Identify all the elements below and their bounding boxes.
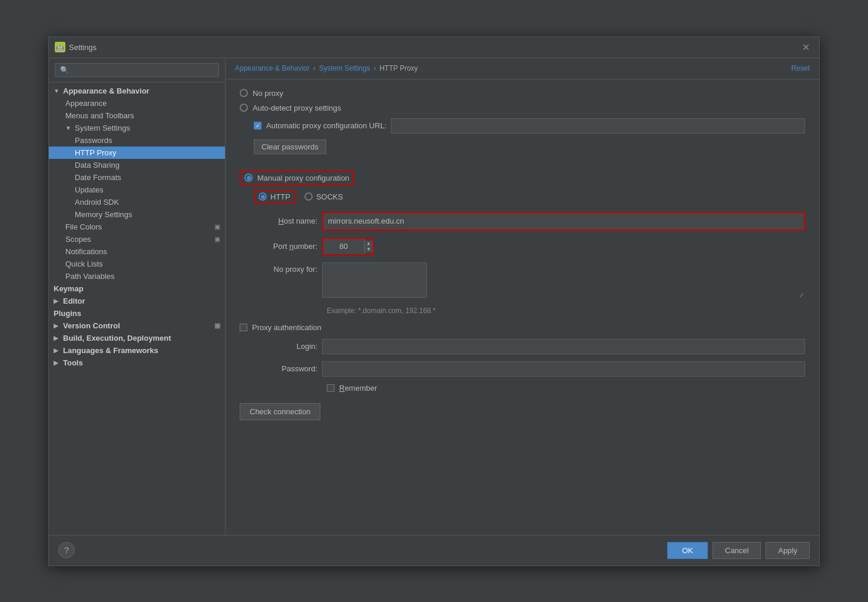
no-proxy-for-input[interactable] xyxy=(322,262,427,298)
app-icon: 🤖 xyxy=(55,42,65,52)
sidebar-item-label: Keymap xyxy=(54,284,84,293)
sidebar-item-label: File Colors xyxy=(65,222,102,231)
sidebar-item-label: Appearance & Behavior xyxy=(63,87,150,95)
sidebar-item-date-formats[interactable]: Date Formats xyxy=(49,171,225,184)
sidebar-item-appearance[interactable]: Appearance xyxy=(49,97,225,109)
sidebar-item-editor[interactable]: ▶ Editor xyxy=(49,295,225,307)
sidebar-item-data-sharing[interactable]: Data Sharing xyxy=(49,159,225,171)
sidebar-item-label: Notifications xyxy=(65,247,107,256)
remember-label: Remember xyxy=(339,384,377,393)
reset-button[interactable]: Reset xyxy=(791,64,810,72)
manual-proxy-row: Manual proxy configuration xyxy=(240,171,805,185)
sidebar-item-passwords[interactable]: Passwords xyxy=(49,134,225,147)
http-radio[interactable] xyxy=(259,192,267,201)
sidebar-item-quick-lists[interactable]: Quick Lists xyxy=(49,258,225,270)
breadcrumb-part2[interactable]: System Settings xyxy=(319,64,370,72)
sidebar-item-label: Updates xyxy=(75,185,103,194)
port-number-row: Port number: 80 ▲ ▼ xyxy=(240,238,805,255)
sidebar-item-appearance-behavior[interactable]: ▼ Appearance & Behavior xyxy=(49,85,225,97)
proxy-auth-row: Proxy authentication xyxy=(240,323,805,332)
titlebar: 🤖 Settings ✕ xyxy=(49,37,819,58)
sidebar-item-label: Android SDK xyxy=(75,198,119,207)
clear-passwords-button[interactable]: Clear passwords xyxy=(254,139,326,154)
sidebar-item-system-settings[interactable]: ▼ System Settings xyxy=(49,122,225,134)
manual-proxy-label: Manual proxy configuration xyxy=(257,174,349,182)
sidebar-item-notifications[interactable]: Notifications xyxy=(49,245,225,258)
socks-radio[interactable] xyxy=(304,192,313,201)
cancel-button[interactable]: Cancel xyxy=(713,542,761,559)
example-text: Example: *.domain.com, 192.168.* xyxy=(327,307,805,315)
login-label: Login: xyxy=(240,342,322,351)
sidebar: ▼ Appearance & Behavior Appearance Menus… xyxy=(49,58,226,535)
sidebar-item-android-sdk[interactable]: Android SDK xyxy=(49,196,225,208)
sidebar-item-build-execution[interactable]: ▶ Build, Execution, Deployment xyxy=(49,332,225,344)
breadcrumb: Appearance & Behavior › System Settings … xyxy=(226,58,819,79)
close-button[interactable]: ✕ xyxy=(799,41,813,54)
expand-arrow: ▶ xyxy=(54,347,61,354)
proxy-auth-checkbox[interactable] xyxy=(240,324,247,331)
window-title: Settings xyxy=(69,43,97,52)
sidebar-item-path-variables[interactable]: Path Variables xyxy=(49,270,225,282)
no-proxy-label: No proxy xyxy=(253,89,283,98)
sidebar-item-label: Build, Execution, Deployment xyxy=(63,334,171,342)
port-up-button[interactable]: ▲ xyxy=(365,241,373,247)
sidebar-item-label: Data Sharing xyxy=(75,161,120,169)
sidebar-item-label: Date Formats xyxy=(75,173,121,182)
breadcrumb-part1[interactable]: Appearance & Behavior xyxy=(235,64,310,72)
sidebar-item-label: HTTP Proxy xyxy=(75,148,117,157)
main-content: ▼ Appearance & Behavior Appearance Menus… xyxy=(49,58,819,535)
remember-row: Remember xyxy=(327,384,805,393)
sidebar-item-languages-frameworks[interactable]: ▶ Languages & Frameworks xyxy=(49,344,225,357)
http-socks-row: HTTP SOCKS xyxy=(240,190,805,204)
auto-config-label: Automatic proxy configuration URL: xyxy=(266,121,386,130)
port-input[interactable]: 80 xyxy=(323,239,365,254)
socks-label: SOCKS xyxy=(316,192,343,201)
port-down-button[interactable]: ▼ xyxy=(365,247,373,252)
password-input[interactable] xyxy=(322,361,805,377)
check-connection-button[interactable]: Check connection xyxy=(240,403,320,420)
sidebar-item-label: Passwords xyxy=(75,136,112,145)
auto-detect-radio[interactable] xyxy=(240,104,248,112)
expand-arrow: ▼ xyxy=(65,125,72,131)
sidebar-item-scopes[interactable]: Scopes ▣ xyxy=(49,233,225,245)
login-row: Login: xyxy=(240,339,805,354)
auto-config-input[interactable] xyxy=(391,118,805,134)
expand-arrow: ▼ xyxy=(54,88,61,94)
sidebar-item-memory-settings[interactable]: Memory Settings xyxy=(49,208,225,221)
search-input[interactable] xyxy=(55,63,219,77)
port-input-box: 80 ▲ ▼ xyxy=(322,238,374,255)
apply-button[interactable]: Apply xyxy=(766,542,810,559)
auto-config-checkbox[interactable] xyxy=(254,122,261,129)
ok-button[interactable]: OK xyxy=(667,542,708,559)
port-n-underline: n xyxy=(289,242,293,251)
sidebar-item-label: Memory Settings xyxy=(75,210,132,219)
socks-row: SOCKS xyxy=(304,192,343,201)
no-proxy-for-row: No proxy for: ⤢ xyxy=(240,262,805,300)
sidebar-item-plugins[interactable]: Plugins xyxy=(49,307,225,320)
host-name-label-underline: H xyxy=(279,217,284,225)
manual-proxy-radio[interactable] xyxy=(244,174,253,182)
sidebar-item-updates[interactable]: Updates xyxy=(49,184,225,196)
sidebar-item-file-colors[interactable]: File Colors ▣ xyxy=(49,221,225,233)
sidebar-tree: ▼ Appearance & Behavior Appearance Menus… xyxy=(49,82,225,535)
sidebar-item-label: Scopes xyxy=(65,235,91,244)
login-input[interactable] xyxy=(322,339,805,354)
host-name-input[interactable] xyxy=(323,213,804,230)
help-button[interactable]: ? xyxy=(58,542,75,558)
sidebar-item-http-proxy[interactable]: HTTP Proxy xyxy=(49,147,225,159)
sidebar-item-keymap[interactable]: Keymap xyxy=(49,282,225,295)
noproxy-wrapper: ⤢ xyxy=(322,262,805,300)
search-box xyxy=(49,58,225,82)
remember-checkbox[interactable] xyxy=(327,384,334,392)
sidebar-item-version-control[interactable]: ▶ Version Control ▣ xyxy=(49,320,225,332)
host-name-label: Host name: xyxy=(240,217,322,225)
sidebar-item-label: Languages & Frameworks xyxy=(63,346,158,355)
sidebar-item-label: Version Control xyxy=(63,321,120,330)
auto-detect-label: Auto-detect proxy settings xyxy=(253,104,341,112)
no-proxy-radio[interactable] xyxy=(240,89,248,97)
sidebar-item-tools[interactable]: ▶ Tools xyxy=(49,357,225,369)
expand-icon[interactable]: ⤢ xyxy=(799,292,804,298)
sidebar-item-menus-toolbars[interactable]: Menus and Toolbars xyxy=(49,109,225,122)
sidebar-item-label: Editor xyxy=(63,297,85,305)
footer-buttons: OK Cancel Apply xyxy=(667,542,810,559)
